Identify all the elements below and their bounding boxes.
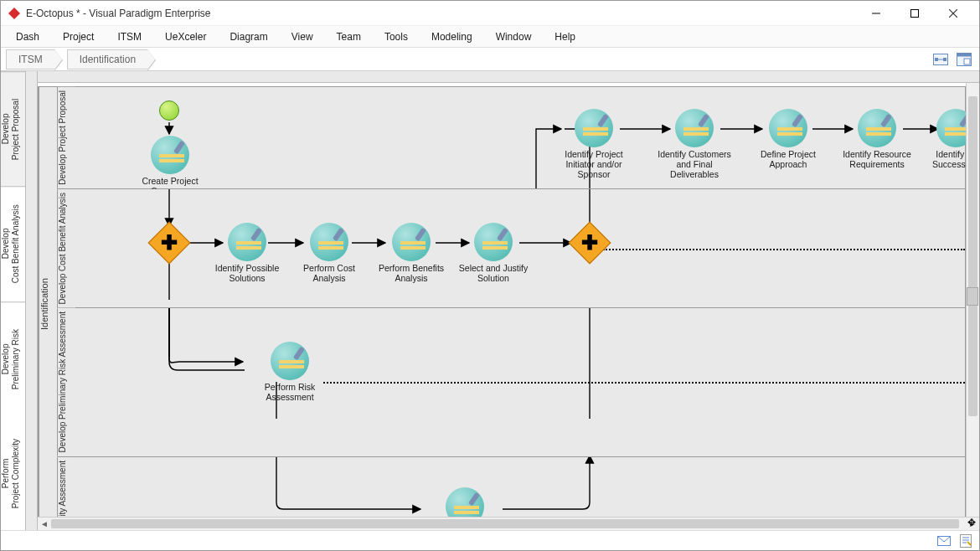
- ruler-vertical: [26, 71, 38, 530]
- workspace: DevelopProject Proposal DevelopCost Bene…: [1, 71, 979, 530]
- task-select-justify[interactable]: Select and Justify Solution: [456, 223, 531, 283]
- menu-view[interactable]: View: [280, 28, 325, 45]
- lane-title: Develop Cost Benefit Analysis: [57, 189, 75, 307]
- ruler-horizontal: [38, 71, 979, 83]
- task-cost-analysis[interactable]: Perform Cost Analysis: [291, 223, 367, 283]
- pan-handle-icon[interactable]: ✥: [966, 517, 977, 528]
- gateway-parallel-join[interactable]: ✚: [569, 221, 611, 264]
- menubar: Dash Project ITSM UeXceler Diagram View …: [1, 26, 979, 48]
- svg-rect-30: [961, 534, 972, 547]
- hscroll-thumb[interactable]: [51, 519, 959, 528]
- task-complexity-assessment[interactable]: Perform Initial Project Complexity Asses…: [410, 487, 519, 517]
- task-create-project-summary[interactable]: Create Project Summary: [132, 136, 208, 196]
- lane-cost-benefit[interactable]: Develop Cost Benefit Analysis: [57, 189, 965, 308]
- svg-rect-2: [911, 9, 919, 17]
- diagram-overview-icon[interactable]: [932, 51, 949, 68]
- breadcrumb-identification[interactable]: Identification: [67, 49, 148, 70]
- task-identify-customers[interactable]: Identify Customers and Final Deliverable…: [657, 109, 732, 179]
- lane-develop-proposal[interactable]: Develop Project Proposal: [57, 87, 965, 189]
- task-identify-resource[interactable]: Identify Resource Requirements: [839, 109, 915, 169]
- lane-project-complexity[interactable]: Perform Project Complexity Assessment Pe: [57, 457, 965, 517]
- menu-uexceler[interactable]: UeXceler: [153, 28, 218, 45]
- edges-lane4: [75, 457, 965, 517]
- vertical-scrollbar[interactable]: [966, 83, 979, 517]
- lane-title: Develop Preliminary Risk Assessment: [57, 308, 75, 456]
- vscroll-grip[interactable]: [967, 287, 978, 306]
- menu-tools[interactable]: Tools: [373, 28, 420, 45]
- hscroll-left-arrow[interactable]: ◄: [38, 518, 51, 530]
- menu-modeling[interactable]: Modeling: [420, 28, 484, 45]
- horizontal-scrollbar[interactable]: ◄ ►: [38, 517, 979, 530]
- side-tab-develop-proposal[interactable]: DevelopProject Proposal: [1, 71, 25, 186]
- task-benefits-analysis[interactable]: Perform Benefits Analysis: [374, 223, 449, 283]
- mail-icon[interactable]: [937, 534, 951, 548]
- menu-help[interactable]: Help: [543, 28, 587, 45]
- diagram-canvas[interactable]: Identification Develop Project Proposal: [38, 83, 979, 517]
- side-tab-perform-complexity[interactable]: PerformProject Complexity: [1, 416, 25, 530]
- lane-title: Perform Project Complexity Assessment: [57, 457, 75, 517]
- svg-rect-6: [935, 58, 938, 61]
- task-define-approach[interactable]: Define Project Approach: [750, 109, 826, 169]
- task-identify-solutions[interactable]: Identify Possible Solutions: [209, 223, 285, 283]
- gateway-parallel-split[interactable]: ✚: [148, 221, 191, 264]
- side-tab-develop-risk[interactable]: DevelopPreliminary Risk: [1, 301, 25, 416]
- close-button[interactable]: [934, 1, 972, 26]
- app-icon: [8, 7, 21, 20]
- titlebar: E-Octopus * - Visual Paradigm Enterprise: [1, 1, 979, 26]
- window-title: E-Octopus * - Visual Paradigm Enterprise: [26, 8, 857, 19]
- breadcrumb-bar: ITSM Identification: [1, 48, 979, 71]
- menu-diagram[interactable]: Diagram: [218, 28, 279, 45]
- side-tabs: DevelopProject Proposal DevelopCost Bene…: [1, 71, 26, 530]
- menu-project[interactable]: Project: [51, 28, 106, 45]
- menu-window[interactable]: Window: [484, 28, 544, 45]
- minimize-button[interactable]: [857, 1, 895, 26]
- lanes-container: Develop Project Proposal: [57, 87, 965, 517]
- svg-rect-11: [964, 59, 970, 64]
- pool-title: Identification: [39, 87, 57, 517]
- menu-dash[interactable]: Dash: [4, 28, 51, 45]
- lane-preliminary-risk[interactable]: Develop Preliminary Risk Assessment: [57, 308, 965, 456]
- task-risk-assessment[interactable]: Perform Risk Assessment: [240, 342, 340, 402]
- breadcrumb-itsm[interactable]: ITSM: [6, 49, 55, 70]
- menu-itsm[interactable]: ITSM: [106, 28, 153, 45]
- canvas-wrap: Identification Develop Project Proposal: [38, 71, 979, 530]
- start-event[interactable]: [159, 100, 179, 121]
- side-tab-develop-cba[interactable]: DevelopCost Benefit Analysis: [1, 186, 25, 301]
- note-icon[interactable]: [959, 534, 972, 548]
- bpmn-pool-identification[interactable]: Identification Develop Project Proposal: [38, 86, 966, 517]
- statusbar: [1, 530, 979, 550]
- svg-marker-0: [8, 8, 20, 19]
- vscroll-thumb[interactable]: [968, 96, 977, 416]
- edges-lane1: [75, 87, 965, 188]
- svg-rect-7: [943, 58, 946, 61]
- svg-rect-10: [957, 53, 972, 56]
- popup-window-icon[interactable]: [956, 51, 972, 68]
- maximize-button[interactable]: [895, 1, 934, 26]
- task-identify-initiator[interactable]: Identify Project Initiator and/or Sponso…: [556, 109, 632, 179]
- lane-title: Develop Project Proposal: [57, 87, 75, 188]
- menu-team[interactable]: Team: [325, 28, 373, 45]
